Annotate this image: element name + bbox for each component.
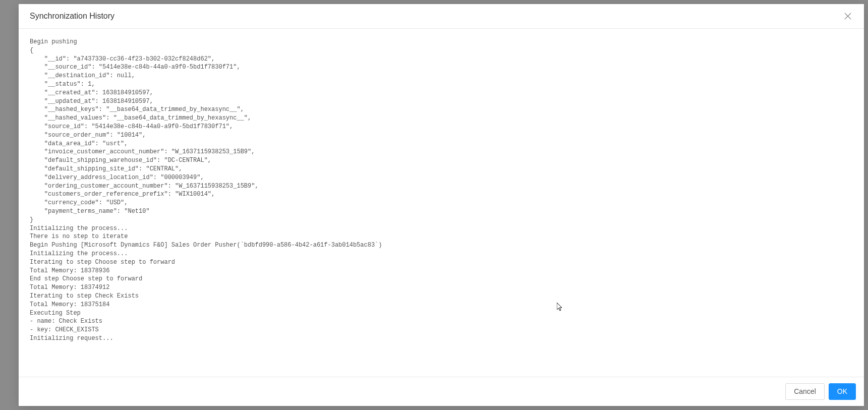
- sync-history-modal: Synchronization History Begin pushing { …: [19, 4, 864, 406]
- sync-log-content: Begin pushing { "__id": "a7437330-cc36-4…: [30, 38, 853, 343]
- modal-footer: Cancel OK: [19, 377, 864, 406]
- modal-title: Synchronization History: [30, 12, 114, 21]
- modal-body[interactable]: Begin pushing { "__id": "a7437330-cc36-4…: [19, 29, 864, 377]
- cancel-button[interactable]: Cancel: [785, 383, 825, 400]
- close-icon: [844, 13, 851, 20]
- close-button[interactable]: [843, 11, 853, 21]
- ok-button[interactable]: OK: [829, 383, 856, 400]
- modal-header: Synchronization History: [19, 4, 864, 29]
